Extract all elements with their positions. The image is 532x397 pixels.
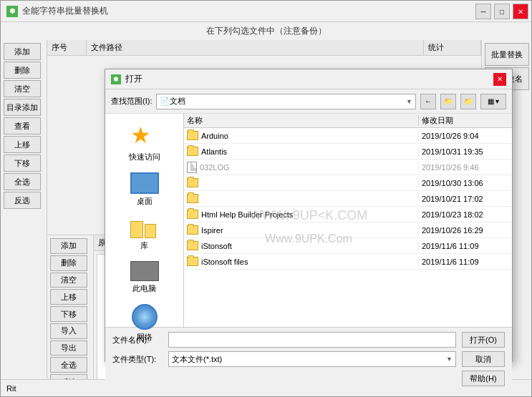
view-dropdown-arrow: ▾: [495, 97, 499, 105]
view-icon: ▦: [488, 97, 494, 105]
bottom-up-button[interactable]: 上移: [50, 289, 87, 305]
nav-desktop[interactable]: 桌面: [112, 172, 177, 207]
up-button[interactable]: 上移: [4, 136, 41, 153]
app-icon: ✾: [6, 6, 18, 17]
dialog-toolbar: 查找范围(I): 📄 文档 ▼ ← 📁 📁 ▦ ▾: [105, 89, 512, 114]
bottom-down-button[interactable]: 下移: [50, 306, 87, 322]
nav-quick-label: 快速访问: [129, 152, 160, 162]
batch-replace-button[interactable]: 批量替换: [485, 43, 529, 66]
folder-up-icon: 📁: [444, 97, 453, 105]
title-bar: ✾ 全能字符串批量替换机 ─ □ ✕: [1, 1, 531, 22]
main-window: ✾ 全能字符串批量替换机 ─ □ ✕ 在下列勾选文件中（注意备份） 添加 删除 …: [0, 0, 532, 397]
nav-desktop-label: 桌面: [137, 196, 153, 207]
cancel-button[interactable]: 取消: [462, 351, 505, 367]
library-icon: [130, 217, 159, 238]
file-row[interactable]: 2019/10/30 13:06: [184, 175, 512, 191]
col-date-header: 修改日期: [419, 115, 512, 126]
filetype-value: 文本文件(*.txt): [172, 354, 446, 365]
bottom-delete-button[interactable]: 删除: [50, 255, 87, 271]
file-date-cell: 2019/10/26 9:46: [419, 163, 512, 172]
new-folder-button[interactable]: 📁: [460, 94, 476, 109]
clear-button[interactable]: 清空: [4, 80, 41, 97]
file-name-cell: Arduino: [184, 131, 419, 140]
file-row[interactable]: 2019/10/21 17:02: [184, 191, 512, 207]
filetype-combo[interactable]: 文本文件(*.txt) ▼: [168, 351, 456, 367]
folder-icon: [187, 147, 198, 156]
star-icon: ★: [130, 122, 151, 148]
file-row[interactable]: iStonsoft files 2019/11/6 11:09: [184, 254, 512, 270]
select-all-button[interactable]: 全选: [4, 173, 41, 190]
file-date-cell: 2019/10/21 17:02: [419, 195, 512, 203]
file-date-cell: 2019/10/30 13:06: [419, 179, 512, 187]
file-date-cell: 2019/10/23 18:02: [419, 210, 512, 219]
folder-icon: [187, 194, 198, 203]
file-row[interactable]: 032LOG 2019/10/26 9:46: [184, 160, 512, 175]
network-icon: [132, 304, 158, 330]
filetype-row: 文件类型(T): 文本文件(*.txt) ▼ 取消: [112, 351, 505, 367]
file-row[interactable]: Ispirer 2019/10/26 16:29: [184, 222, 512, 238]
table-header: 序号 文件路径 统计: [47, 40, 481, 56]
close-button[interactable]: ✕: [513, 4, 528, 19]
filename-input[interactable]: [168, 332, 456, 348]
subtitle: 在下列勾选文件中（注意备份）: [1, 22, 531, 40]
file-list-header: 名称 修改日期: [184, 114, 512, 128]
folder-icon: [187, 131, 198, 140]
file-name-cell: Atlantis: [184, 147, 419, 156]
nav-pc-label: 此电脑: [132, 283, 156, 294]
nav-this-pc[interactable]: 此电脑: [112, 261, 177, 294]
add-button[interactable]: 添加: [4, 43, 41, 60]
file-date-cell: 2019/10/31 19:35: [419, 147, 512, 156]
filetype-label: 文件类型(T):: [112, 354, 163, 365]
app-title: 全能字符串批量替换机: [22, 5, 108, 17]
back-button[interactable]: ←: [420, 94, 436, 109]
folder-icon: [187, 225, 198, 235]
dialog-close-button[interactable]: ✕: [493, 73, 506, 86]
bottom-select-all-button[interactable]: 全选: [50, 357, 87, 373]
file-date-cell: 2019/10/26 16:29: [419, 226, 512, 235]
minimize-button[interactable]: ─: [475, 4, 491, 19]
maximize-button[interactable]: □: [494, 4, 510, 19]
col-name-header: 名称: [184, 115, 419, 126]
nav-quick-access[interactable]: ★ 快速访问: [112, 121, 177, 162]
file-name-cell: Ispirer: [184, 225, 419, 235]
dialog-title: 打开: [125, 73, 493, 85]
file-name-cell: [184, 178, 419, 187]
help-button[interactable]: 帮助(H): [462, 371, 505, 386]
dialog-body: ★ 快速访问 桌面 库 此电脑: [105, 114, 512, 327]
location-label: 查找范围(I):: [111, 96, 152, 107]
file-date-cell: 2019/11/6 11:09: [419, 258, 512, 266]
status-text: Rit: [6, 384, 16, 393]
file-name-cell: iStonsoft files: [184, 257, 419, 266]
col-stat-header: 统计: [424, 40, 481, 55]
location-dropdown-arrow: ▼: [406, 98, 412, 105]
file-row[interactable]: Arduino 2019/10/26 9:04: [184, 128, 512, 144]
file-name-cell: iStonsoft: [184, 241, 419, 250]
file-date-cell: 2019/11/6 11:09: [419, 242, 512, 250]
nav-library[interactable]: 库: [112, 217, 177, 251]
file-list-pane[interactable]: 名称 修改日期 Arduino 2019/10/26 9:04 Atlantis: [184, 114, 512, 327]
view-button[interactable]: 查看: [4, 117, 41, 134]
location-combo[interactable]: 📄 文档 ▼: [156, 94, 416, 109]
import-button[interactable]: 导入: [50, 323, 87, 339]
down-button[interactable]: 下移: [4, 155, 41, 172]
lib-folder-sm-icon: [145, 224, 156, 238]
file-date-cell: 2019/10/26 9:04: [419, 132, 512, 140]
view-menu-button[interactable]: ▦ ▾: [480, 94, 506, 109]
bottom-clear-button[interactable]: 清空: [50, 273, 87, 288]
bottom-add-button[interactable]: 添加: [50, 238, 87, 254]
delete-button[interactable]: 删除: [4, 62, 41, 79]
file-name-cell: [184, 194, 419, 203]
export-button[interactable]: 导出: [50, 340, 87, 356]
file-icon: [187, 162, 197, 173]
left-panel: 添加 删除 清空 目录添加 查看 上移 下移 全选 反选: [1, 40, 47, 393]
file-row[interactable]: iStonsoft 2019/11/6 11:09: [184, 238, 512, 254]
col-path-header: 文件路径: [87, 40, 424, 55]
folder-icon: [187, 210, 198, 219]
file-name-cell: 032LOG: [184, 162, 419, 173]
file-row[interactable]: Atlantis 2019/10/31 19:35: [184, 144, 512, 160]
open-button[interactable]: 打开(O): [462, 332, 505, 348]
invert-select-button[interactable]: 反选: [4, 192, 41, 209]
file-row[interactable]: Html Help Builder Projects 2019/10/23 18…: [184, 207, 512, 222]
dir-add-button[interactable]: 目录添加: [4, 99, 41, 116]
up-folder-button[interactable]: 📁: [440, 94, 456, 109]
